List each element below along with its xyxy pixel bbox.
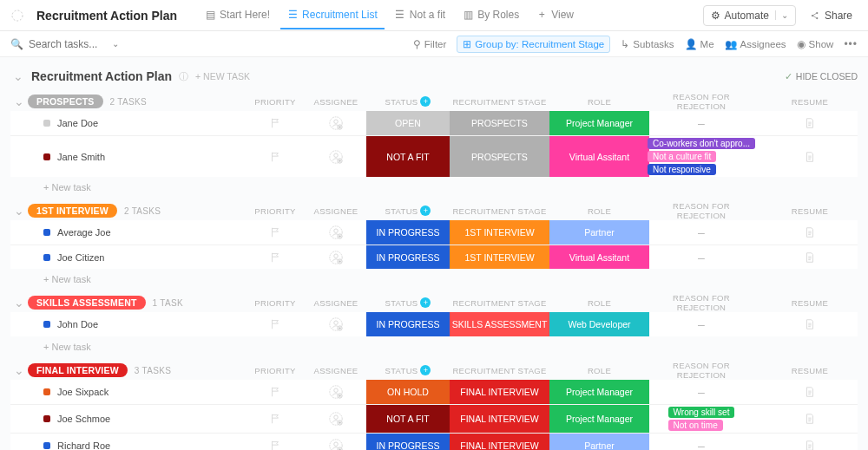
stage-cell[interactable]: FINAL INTERVIEW [450, 405, 549, 433]
priority-cell[interactable] [245, 434, 306, 450]
task-name-cell[interactable]: Jane Doe [10, 111, 245, 135]
stage-cell[interactable]: PROSPECTS [450, 111, 549, 135]
rejection-tag[interactable]: Not responsive [648, 164, 716, 175]
reason-cell[interactable]: – [649, 380, 753, 404]
col-resume[interactable]: RESUME [753, 97, 866, 107]
share-button[interactable]: Share [805, 6, 858, 25]
resume-cell[interactable] [753, 136, 866, 177]
group-badge[interactable]: 1ST INTERVIEW [28, 204, 117, 218]
add-status-icon[interactable]: + [420, 365, 431, 375]
col-priority[interactable]: PRIORITY [245, 298, 306, 308]
resume-cell[interactable] [753, 111, 866, 135]
chevron-down-icon[interactable]: ⌄ [112, 39, 119, 49]
col-resume[interactable]: RESUME [753, 366, 866, 375]
priority-cell[interactable] [245, 380, 306, 404]
priority-cell[interactable] [245, 220, 306, 245]
status-cell[interactable]: NOT A FIT [366, 136, 450, 177]
new-task-header-button[interactable]: + NEW TASK [195, 71, 250, 82]
reason-cell[interactable]: – [649, 245, 753, 269]
role-cell[interactable]: Partner [549, 434, 649, 450]
stage-cell[interactable]: FINAL INTERVIEW [450, 434, 549, 450]
role-cell[interactable]: Project Manager [549, 380, 649, 404]
col-reason[interactable]: REASON FOR REJECTION [649, 201, 753, 220]
group-badge[interactable]: FINAL INTERVIEW [28, 363, 128, 377]
task-name-cell[interactable]: John Doe [10, 312, 245, 336]
info-icon[interactable]: ⓘ [179, 70, 188, 83]
reason-cell[interactable]: – [649, 434, 753, 450]
add-status-icon[interactable]: + [420, 205, 431, 216]
status-cell[interactable]: OPEN [366, 111, 450, 135]
group-badge[interactable]: PROSPECTS [28, 95, 103, 108]
resume-cell[interactable] [753, 245, 866, 269]
col-role[interactable]: ROLE [549, 206, 649, 216]
status-cell[interactable]: ON HOLD [366, 380, 450, 404]
col-priority[interactable]: PRIORITY [245, 97, 306, 107]
task-name-cell[interactable]: Richard Roe [10, 434, 245, 450]
col-role[interactable]: ROLE [549, 298, 649, 308]
tab-start-here[interactable]: ▤ Start Here! [198, 2, 277, 29]
automate-button[interactable]: ⚙ Automate ⌄ [703, 5, 796, 26]
table-row[interactable]: Jane Smith + NOT A FIT PROSPECTS Virtual… [10, 135, 858, 177]
col-resume[interactable]: RESUME [753, 298, 866, 308]
group-collapse-icon[interactable]: ⌄ [10, 363, 28, 377]
col-priority[interactable]: PRIORITY [245, 206, 306, 216]
stage-cell[interactable]: SKILLS ASSESSMENT [450, 312, 549, 336]
resume-cell[interactable] [753, 380, 866, 404]
reason-cell[interactable]: – [649, 312, 753, 336]
new-task-button[interactable]: + New task [10, 269, 858, 284]
rejection-tag[interactable]: Not on time [668, 420, 723, 431]
col-stage[interactable]: RECRUITMENT STAGE [450, 366, 549, 375]
status-cell[interactable]: IN PROGRESS [366, 434, 450, 450]
status-cell[interactable]: NOT A FIT [366, 405, 450, 433]
assignee-cell[interactable]: + [306, 136, 366, 177]
col-assignee[interactable]: ASSIGNEE [306, 298, 366, 308]
add-status-icon[interactable]: + [420, 297, 431, 308]
col-assignee[interactable]: ASSIGNEE [306, 206, 366, 216]
priority-cell[interactable] [245, 245, 306, 269]
col-stage[interactable]: RECRUITMENT STAGE [450, 298, 549, 308]
tab-by-roles[interactable]: ▥ By Roles [456, 2, 526, 29]
role-cell[interactable]: Project Manager [549, 111, 649, 135]
table-row[interactable]: Jane Doe + OPEN PROSPECTS Project Manage… [10, 111, 858, 135]
assignees-button[interactable]: 👥 Assignees [725, 38, 786, 50]
table-row[interactable]: John Doe + IN PROGRESS SKILLS ASSESSMENT… [10, 312, 858, 336]
col-reason[interactable]: REASON FOR REJECTION [649, 92, 753, 111]
role-cell[interactable]: Virtual Assitant [549, 136, 649, 177]
priority-cell[interactable] [245, 111, 306, 135]
col-reason[interactable]: REASON FOR REJECTION [649, 361, 753, 380]
assignee-cell[interactable]: + [306, 380, 366, 404]
stage-cell[interactable]: 1ST INTERVIEW [450, 220, 549, 245]
col-assignee[interactable]: ASSIGNEE [306, 97, 366, 107]
task-name-cell[interactable]: Joe Citizen [10, 245, 245, 269]
tab-not-a-fit[interactable]: ☰ Not a fit [388, 2, 452, 29]
table-row[interactable]: Average Joe + IN PROGRESS 1ST INTERVIEW … [10, 220, 858, 245]
filter-button[interactable]: ⚲ Filter [413, 38, 447, 50]
task-name-cell[interactable]: Joe Sixpack [10, 380, 245, 404]
table-row[interactable]: Joe Schmoe + NOT A FIT FINAL INTERVIEW P… [10, 404, 858, 433]
tab-recruitment-list[interactable]: ☰ Recruitment List [280, 2, 385, 29]
assignee-cell[interactable]: + [306, 245, 366, 269]
role-cell[interactable]: Virtual Assitant [549, 245, 649, 269]
search-input[interactable] [29, 38, 107, 50]
table-row[interactable]: Richard Roe + IN PROGRESS FINAL INTERVIE… [10, 433, 858, 450]
group-by-button[interactable]: ⊞ Group by: Recruitment Stage [457, 36, 610, 53]
add-status-icon[interactable]: + [420, 96, 431, 107]
col-stage[interactable]: RECRUITMENT STAGE [450, 97, 549, 107]
status-cell[interactable]: IN PROGRESS [366, 245, 450, 269]
hide-closed-toggle[interactable]: ✓ HIDE CLOSED [785, 71, 858, 82]
col-role[interactable]: ROLE [549, 97, 649, 107]
resume-cell[interactable] [753, 434, 866, 450]
tab-add-view[interactable]: + View [529, 2, 581, 29]
resume-cell[interactable] [753, 220, 866, 245]
more-menu[interactable]: ••• [844, 38, 858, 50]
assignee-cell[interactable]: + [306, 111, 366, 135]
assignee-cell[interactable]: + [306, 312, 366, 336]
new-task-button[interactable]: + New task [10, 336, 858, 352]
rejection-tag[interactable]: Wrong skill set [668, 407, 735, 418]
reason-cell[interactable]: – [649, 111, 753, 135]
col-reason[interactable]: REASON FOR REJECTION [649, 293, 753, 312]
task-name-cell[interactable]: Average Joe [10, 220, 245, 245]
role-cell[interactable]: Project Manager [549, 405, 649, 433]
assignee-cell[interactable]: + [306, 405, 366, 433]
resume-cell[interactable] [753, 405, 866, 433]
